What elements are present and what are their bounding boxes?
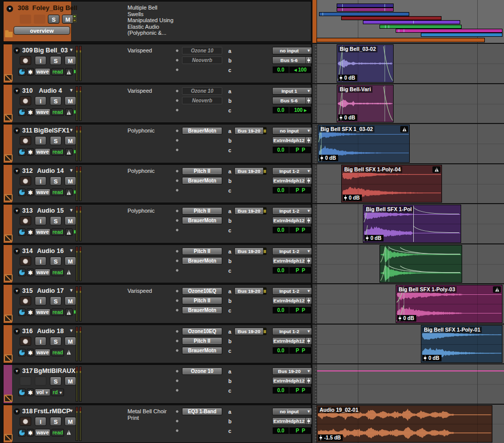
solo-button[interactable]: S xyxy=(50,216,61,225)
elastic-plugin-button[interactable] xyxy=(65,148,73,156)
clip-gain-badge[interactable]: 0 dB xyxy=(422,355,442,361)
track-view-selector[interactable]: wave xyxy=(35,429,50,436)
volume-pan-display[interactable]: 0.0P P xyxy=(272,186,312,194)
track-comment[interactable]: Metal Bell Choir Print xyxy=(128,408,182,421)
track-menu-arrow-icon[interactable]: ▼ xyxy=(69,128,74,133)
clip-gain-badge[interactable]: 0 dB xyxy=(364,235,384,241)
timebase-clock-button[interactable] xyxy=(18,108,26,116)
track-lane[interactable]: Big Bell_03-020 dB xyxy=(312,44,504,83)
insert-slot-b[interactable]: Pitch II xyxy=(175,337,226,345)
clip-indicator-icon[interactable] xyxy=(4,354,13,362)
send-slot-b[interactable]: b xyxy=(228,217,272,224)
insert-slot-c[interactable] xyxy=(175,387,226,394)
folder-overview-clip-bar[interactable] xyxy=(341,16,442,20)
elastic-plugin-button[interactable] xyxy=(65,308,73,316)
mute-button[interactable]: M xyxy=(65,376,76,386)
solo-button[interactable]: S xyxy=(50,296,61,305)
solo-button[interactable]: S xyxy=(50,417,61,426)
elastic-plugin-button[interactable] xyxy=(65,269,73,276)
audio-clip[interactable]: Big Bell SFX 1-Pol0 dB xyxy=(363,205,461,243)
input-selector[interactable]: Bus 19-20▼ xyxy=(272,367,312,375)
audio-clip[interactable]: Big Bell SFX 1-Poly-030 dB xyxy=(396,285,502,323)
send-slot-b[interactable]: b xyxy=(228,417,272,425)
elastic-plugin-button[interactable] xyxy=(65,228,73,236)
track-name[interactable]: Audio 17 xyxy=(34,287,67,294)
clip-indicator-icon[interactable] xyxy=(4,274,13,282)
volume-pan-display[interactable]: 0.0P P xyxy=(272,267,312,274)
folder-disclosure-button[interactable]: ▼ xyxy=(7,6,13,12)
automation-mode-button[interactable]: read xyxy=(51,108,64,116)
track-lane[interactable]: Big Bell SFX 1-Poly-040 dB xyxy=(312,164,504,203)
input-monitor-button[interactable]: I xyxy=(35,96,46,105)
record-arm-button[interactable] xyxy=(20,257,31,266)
send-slot-a[interactable]: aBus 19-20 xyxy=(228,167,272,175)
input-selector[interactable]: Input 1-2▼ xyxy=(272,287,312,295)
clip-gain-badge[interactable]: 0 dB xyxy=(338,75,357,81)
track-menu-arrow-icon[interactable]: ▼ xyxy=(69,328,74,333)
clip-name[interactable]: Big Bell SFX 1-Poly-03 xyxy=(397,286,457,293)
clip-indicator-icon[interactable] xyxy=(4,234,13,242)
timebase-clock-button[interactable] xyxy=(18,188,26,196)
output-selector[interactable]: ExtrnlHdph12 xyxy=(272,177,312,184)
send-slot-c[interactable]: c xyxy=(228,267,272,274)
volume-pan-display[interactable]: 0.0100 ▸ xyxy=(272,106,312,114)
track-name[interactable]: Audio 15 xyxy=(34,207,67,214)
disclosure-button[interactable]: ▼ xyxy=(14,208,20,214)
input-monitor-button[interactable]: I xyxy=(35,136,46,145)
send-slot-a[interactable]: a xyxy=(228,47,272,54)
input-selector[interactable]: no input▼ xyxy=(272,127,312,135)
volume-pan-display[interactable]: 0.0P P xyxy=(272,387,312,394)
elastic-audio-button[interactable]: ✱ xyxy=(27,188,34,196)
output-selector[interactable]: ExtrnlHdph12 xyxy=(272,137,312,144)
audio-clip[interactable]: Big Bell_03-020 dB xyxy=(337,44,394,83)
clip-indicator-icon[interactable] xyxy=(4,314,13,322)
disclosure-button[interactable]: ▼ xyxy=(14,368,20,374)
elastic-plugin-button[interactable] xyxy=(65,68,73,76)
send-slot-c[interactable]: c xyxy=(228,427,272,434)
timebase-clock-button[interactable] xyxy=(18,269,26,276)
track-menu-arrow-icon[interactable]: ▼ xyxy=(69,88,74,93)
send-slot-c[interactable]: c xyxy=(228,146,272,154)
elastic-audio-button[interactable]: ✱ xyxy=(27,389,34,396)
insert-slot-a[interactable]: EQ3 1-Band xyxy=(175,408,226,415)
mute-button[interactable]: M xyxy=(65,337,76,346)
insert-slot-c[interactable] xyxy=(175,146,226,154)
clip-indicator-icon[interactable] xyxy=(4,74,13,82)
track-menu-arrow-icon[interactable]: ▼ xyxy=(69,288,74,293)
disclosure-button[interactable]: ▼ xyxy=(14,168,20,174)
elastic-plugin-button[interactable] xyxy=(65,188,73,196)
send-slot-a[interactable]: a xyxy=(228,367,272,375)
input-monitor-button[interactable]: I xyxy=(35,176,46,185)
disclosure-button[interactable]: ▼ xyxy=(14,88,20,94)
volume-pan-display[interactable]: 0.0P P xyxy=(272,146,312,154)
timebase-clock-button[interactable] xyxy=(18,308,26,316)
track-comment[interactable]: Varispeed xyxy=(128,288,182,294)
clip-indicator-icon[interactable] xyxy=(4,395,13,402)
insert-slot-b[interactable]: BrauerMotn xyxy=(175,257,226,265)
track-comment[interactable]: Polyphonic xyxy=(128,208,182,214)
folder-overview-lane[interactable] xyxy=(312,0,504,43)
send-slot-b[interactable]: b xyxy=(228,137,272,144)
solo-button[interactable]: S xyxy=(50,337,61,346)
disclosure-button[interactable]: ▼ xyxy=(14,128,20,134)
clip-indicator-icon[interactable] xyxy=(4,434,13,441)
track-lane[interactable]: Big Bell SFX 1_03-020 dB xyxy=(312,124,504,163)
audio-clip[interactable]: Big Bell SFX 1_03-020 dB xyxy=(318,124,410,163)
clip-name[interactable]: Big Bell SFX 1-Poly-01 xyxy=(422,327,482,333)
solo-button[interactable]: S xyxy=(50,96,61,105)
insert-slot-a[interactable]: BrauerMotn xyxy=(175,127,226,135)
insert-slot-a[interactable]: Ozone10EQ xyxy=(175,287,226,295)
send-slot-c[interactable]: c xyxy=(228,186,272,194)
track-name[interactable]: Audio 14 xyxy=(34,167,67,174)
insert-slot-a[interactable]: Pitch II xyxy=(175,207,226,215)
folder-track-title[interactable]: 308 Foley_Big Bell xyxy=(18,4,78,12)
track-menu-arrow-icon[interactable]: ▼ xyxy=(69,47,74,52)
send-slot-c[interactable]: c xyxy=(228,387,272,394)
track-view-selector[interactable]: wave xyxy=(35,148,50,156)
solo-button[interactable]: S xyxy=(50,136,61,145)
track-name[interactable]: Audio 16 xyxy=(34,247,67,255)
input-monitor-button[interactable]: I xyxy=(35,337,46,346)
clip-gain-badge[interactable]: -1.5 dB xyxy=(318,434,343,441)
output-selector[interactable]: Bus 5-6 xyxy=(272,97,312,104)
track-lane[interactable]: Big Bell SFX 1-Pol0 dB xyxy=(312,204,504,243)
